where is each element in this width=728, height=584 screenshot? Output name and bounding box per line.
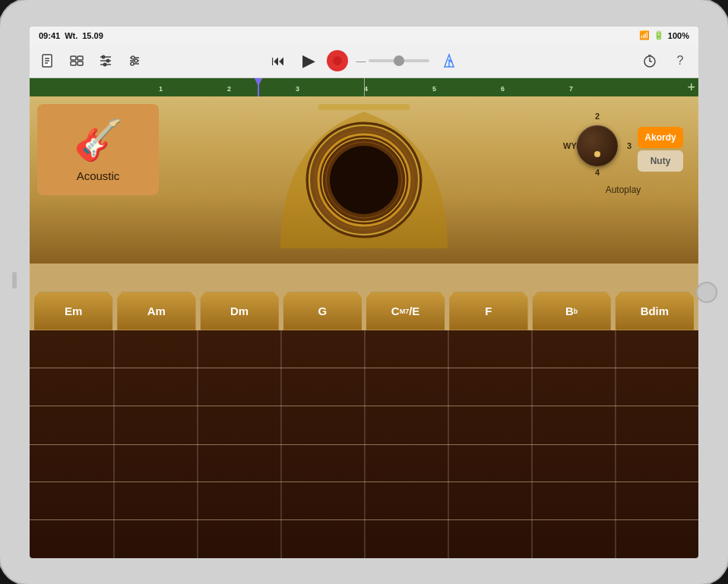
svg-point-33 xyxy=(330,146,398,214)
wifi-icon: 📶 xyxy=(639,30,650,40)
chord-em-button[interactable]: Em xyxy=(34,292,112,330)
main-content: 🎸 Acoustic xyxy=(30,96,698,330)
svg-point-12 xyxy=(106,59,110,63)
string-1 xyxy=(30,368,698,368)
svg-rect-6 xyxy=(71,62,76,65)
chord-g-button[interactable]: G xyxy=(283,292,362,330)
svg-point-11 xyxy=(102,55,106,59)
knob-label-2: 2 xyxy=(595,112,600,121)
autoplay-knob[interactable] xyxy=(577,125,618,166)
record-indicator xyxy=(333,56,342,65)
help-button[interactable]: ? xyxy=(668,49,692,73)
status-time: 09:41 xyxy=(39,31,60,40)
autoplay-knob-container: 2 3 4 WYŁ. xyxy=(563,112,631,180)
chord-dm-button[interactable]: Dm xyxy=(201,292,279,330)
fretboard[interactable] xyxy=(30,330,698,558)
new-document-button[interactable] xyxy=(36,49,60,73)
svg-rect-4 xyxy=(71,56,76,60)
toolbar: ⏮ ▶ — xyxy=(30,45,698,78)
record-button[interactable] xyxy=(327,50,348,71)
knob-label-4: 4 xyxy=(595,168,600,177)
guitar-icon: 🎸 xyxy=(74,117,123,163)
status-day: Wt. xyxy=(65,31,78,40)
chord-bb-button[interactable]: Bb xyxy=(533,292,611,330)
rewind-button[interactable]: ⏮ xyxy=(266,49,290,73)
svg-rect-7 xyxy=(78,62,83,65)
guitar-body xyxy=(258,96,470,248)
volume-track[interactable] xyxy=(369,59,429,62)
svg-rect-34 xyxy=(318,104,410,110)
add-track-button[interactable]: + xyxy=(687,79,695,95)
home-button[interactable] xyxy=(696,282,717,303)
status-date: 15.09 xyxy=(82,31,103,40)
chord-cm7e-button[interactable]: CM7/E xyxy=(366,292,445,330)
tracks-view-button[interactable] xyxy=(65,49,89,73)
string-3 xyxy=(30,444,698,445)
side-button[interactable] xyxy=(12,272,17,289)
status-icons: 📶 🔋 100% xyxy=(639,30,689,40)
svg-point-19 xyxy=(131,62,134,65)
chord-row: Em Am Dm G CM7/E F Bb Bdim xyxy=(30,291,698,330)
autoplay-panel: 2 3 4 WYŁ. Akordy Nuty Autopla xyxy=(563,112,683,195)
string-4 xyxy=(30,481,698,482)
svg-rect-5 xyxy=(78,56,83,60)
ruler: 1 2 3 4 5 6 7 xyxy=(30,78,698,96)
volume-low-icon: — xyxy=(356,55,366,67)
timer-button[interactable] xyxy=(638,49,662,73)
ipad-frame: 09:41 Wt. 15.09 📶 🔋 100% xyxy=(0,0,728,584)
chord-am-button[interactable]: Am xyxy=(117,292,195,330)
acoustic-panel[interactable]: 🎸 Acoustic xyxy=(37,104,159,195)
chords-mode-button[interactable]: Akordy xyxy=(638,127,683,148)
playhead[interactable] xyxy=(258,78,259,96)
knob-label-3: 3 xyxy=(627,141,631,150)
mixer-button[interactable] xyxy=(93,49,118,73)
screen: 09:41 Wt. 15.09 📶 🔋 100% xyxy=(30,27,698,558)
notes-mode-button[interactable]: Nuty xyxy=(638,150,683,172)
string-5 xyxy=(30,519,698,520)
volume-control[interactable]: — xyxy=(356,55,429,67)
play-button[interactable]: ▶ xyxy=(298,50,319,71)
battery-icon: 🔋 xyxy=(654,30,664,40)
chord-bdim-button[interactable]: Bdim xyxy=(616,292,694,330)
autoplay-label: Autoplay xyxy=(606,185,641,195)
status-bar: 09:41 Wt. 15.09 📶 🔋 100% xyxy=(30,27,698,45)
battery-label: 100% xyxy=(668,31,689,40)
svg-point-13 xyxy=(103,63,107,67)
volume-thumb[interactable] xyxy=(394,55,404,66)
settings-button[interactable] xyxy=(122,49,147,73)
instrument-name: Acoustic xyxy=(77,169,120,182)
knob-indicator xyxy=(594,151,600,157)
string-2 xyxy=(30,406,698,406)
chord-f-button[interactable]: F xyxy=(449,292,527,330)
svg-point-17 xyxy=(131,56,135,59)
svg-point-18 xyxy=(135,59,138,62)
metronome-button[interactable] xyxy=(437,49,461,73)
